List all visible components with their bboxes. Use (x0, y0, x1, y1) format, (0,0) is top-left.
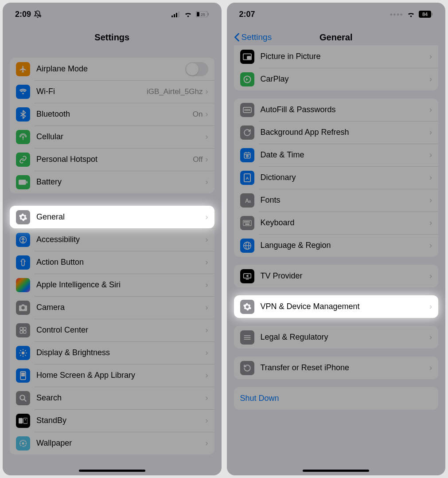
settings-row-legal-regulatory[interactable]: Legal & Regulatory› (234, 326, 439, 349)
settings-row-wi-fi[interactable]: Wi-FiiGB_Airtel_5Ghz› (10, 80, 214, 103)
row-label: StandBy (36, 416, 206, 425)
siri-icon (16, 278, 30, 292)
chevron-right-icon: › (206, 212, 208, 222)
svg-point-57 (246, 110, 247, 110)
settings-row-airplane-mode[interactable]: Airplane Mode (10, 58, 214, 80)
settings-row-dictionary[interactable]: ADictionary› (234, 166, 439, 189)
toggle-switch[interactable] (185, 62, 208, 76)
row-value: Off (193, 155, 203, 164)
pip-icon (240, 50, 254, 64)
svg-rect-71 (243, 220, 251, 226)
svg-rect-83 (244, 337, 250, 338)
settings-row-general-highlighted[interactable]: General› (10, 206, 214, 228)
chevron-right-icon: › (206, 325, 208, 335)
chevron-right-icon: › (206, 439, 208, 448)
chevron-right-icon: › (206, 393, 208, 403)
svg-line-24 (20, 350, 21, 351)
chevron-right-icon: › (429, 150, 432, 160)
settings-row-tv-provider[interactable]: TV Provider› (234, 265, 439, 287)
chevron-right-icon: › (429, 74, 432, 84)
svg-point-47 (20, 445, 22, 446)
svg-point-42 (23, 446, 24, 447)
settings-row-personal-hotspot[interactable]: Personal HotspotOff› (10, 148, 214, 171)
svg-rect-20 (23, 330, 26, 333)
svg-rect-34 (23, 375, 25, 376)
settings-row-search[interactable]: Search› (10, 387, 214, 409)
row-label: Accessibility (36, 235, 206, 244)
chevron-right-icon: › (206, 235, 208, 244)
settings-row-keyboard[interactable]: Keyboard› (234, 212, 439, 234)
settings-row-date-time[interactable]: Date & Time› (234, 144, 439, 166)
status-bar: 2:09 25 (3, 3, 222, 26)
keyboard-icon (240, 216, 254, 230)
settings-row-action-button[interactable]: Action Button› (10, 251, 214, 274)
general-list[interactable]: Picture in Picture›CarPlay›AutoFill & Pa… (227, 45, 446, 410)
settings-row-transfer-or-reset-iphone[interactable]: Transfer or Reset iPhone› (234, 357, 439, 379)
bluetooth-icon (16, 107, 30, 121)
settings-row-display-brightness[interactable]: Display & Brightness› (10, 341, 214, 364)
chevron-right-icon: › (429, 218, 432, 227)
settings-row-background-app-refresh[interactable]: Background App Refresh› (234, 121, 439, 144)
battery-icon (16, 175, 30, 189)
standby-icon (16, 414, 30, 428)
sun-icon (16, 346, 30, 360)
apps-icon (16, 368, 30, 383)
access-icon (16, 233, 30, 247)
dict-icon: A (240, 171, 254, 185)
back-button[interactable]: Settings (234, 32, 272, 42)
row-value: iGB_Airtel_5Ghz (147, 87, 203, 96)
settings-row-language-region[interactable]: Language & Region› (234, 234, 439, 257)
chevron-right-icon: › (429, 52, 432, 61)
settings-row-carplay[interactable]: CarPlay› (234, 68, 439, 90)
settings-row-battery[interactable]: Battery› (10, 171, 214, 193)
row-label: TV Provider (261, 271, 430, 281)
cc-icon (16, 323, 30, 337)
row-label: Display & Brightness (36, 348, 206, 357)
settings-row-picture-in-picture[interactable]: Picture in Picture› (234, 45, 439, 68)
svg-rect-8 (208, 13, 209, 16)
row-label: AutoFill & Passwords (261, 105, 430, 114)
settings-row-control-center[interactable]: Control Center› (10, 319, 214, 341)
row-label: VPN & Device Management (261, 302, 430, 311)
settings-row-cellular[interactable]: Cellular› (10, 125, 214, 148)
settings-row-shut-down[interactable]: Shut Down (234, 387, 439, 410)
settings-list[interactable]: Airplane ModeWi-FiiGB_Airtel_5Ghz›Blueto… (3, 49, 222, 454)
home-indicator[interactable] (303, 470, 369, 472)
search-icon (16, 391, 30, 405)
svg-rect-19 (20, 330, 23, 333)
settings-row-home-screen-app-library[interactable]: Home Screen & App Library› (10, 364, 214, 387)
svg-rect-84 (244, 339, 250, 340)
phone-screenshot-general: 2:07 ●●●● 84 Settings General Picture in… (227, 3, 446, 475)
settings-row-vpn-device-management-highlighted[interactable]: VPN & Device Management› (234, 295, 439, 318)
settings-row-wallpaper[interactable]: Wallpaper› (10, 432, 214, 454)
chevron-right-icon: › (429, 128, 432, 137)
fonts-icon: Aa (240, 193, 254, 208)
settings-row-standby[interactable]: StandBy› (10, 409, 214, 432)
row-label: Apple Intelligence & Siri (36, 280, 206, 290)
svg-rect-31 (22, 373, 23, 374)
gear-icon (240, 300, 254, 314)
row-label: Personal Hotspot (36, 155, 193, 164)
chevron-right-icon: › (429, 105, 432, 114)
settings-row-apple-intelligence-siri[interactable]: Apple Intelligence & Siri› (10, 274, 214, 296)
svg-point-58 (247, 110, 248, 110)
carplay-icon (240, 72, 254, 86)
settings-row-accessibility[interactable]: Accessibility› (10, 228, 214, 251)
svg-rect-6 (197, 12, 199, 16)
settings-row-autofill-passwords[interactable]: AutoFill & Passwords› (234, 98, 439, 121)
svg-rect-10 (19, 180, 26, 185)
row-label: CarPlay (261, 74, 430, 84)
settings-row-fonts[interactable]: AaFonts› (234, 189, 439, 212)
home-indicator[interactable] (79, 470, 145, 472)
settings-row-bluetooth[interactable]: BluetoothOn› (10, 103, 214, 125)
chevron-right-icon: › (206, 177, 208, 187)
chevron-right-icon: › (429, 302, 432, 311)
chevron-right-icon: › (429, 196, 432, 205)
svg-point-40 (22, 442, 24, 444)
refresh-icon (240, 125, 254, 140)
row-label: Cellular (36, 132, 206, 141)
settings-row-camera[interactable]: Camera› (10, 296, 214, 319)
row-label: Action Button (36, 258, 206, 267)
svg-rect-37 (19, 418, 23, 423)
svg-text:84: 84 (422, 12, 428, 17)
